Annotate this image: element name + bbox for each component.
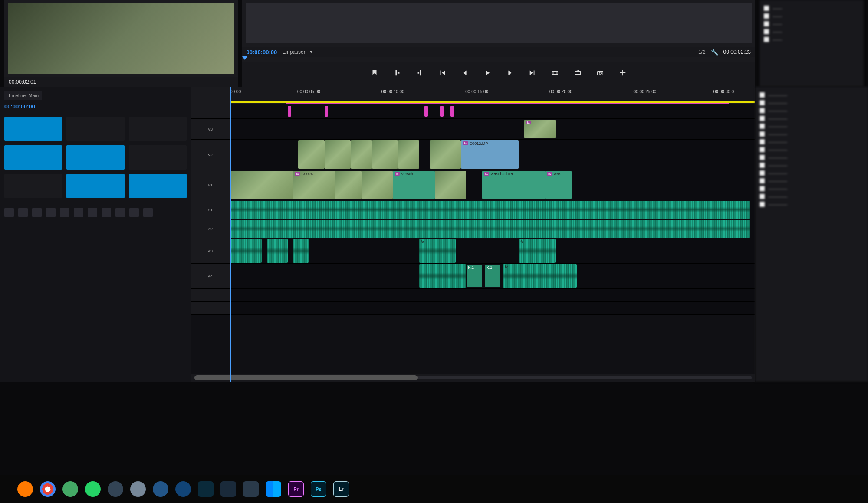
settings-icon[interactable] <box>143 208 153 217</box>
checkbox-icon[interactable] <box>760 139 765 144</box>
marker-icon[interactable] <box>424 106 428 117</box>
video-clip[interactable] <box>298 140 325 169</box>
track-a1[interactable] <box>230 200 755 219</box>
extract-button[interactable] <box>572 67 584 79</box>
program-playhead-icon[interactable] <box>242 56 247 60</box>
timeline-zoom-scrollbar[interactable] <box>194 376 752 379</box>
type-tool-icon[interactable] <box>88 208 97 217</box>
taskbar-app-icon[interactable] <box>17 481 33 497</box>
audio-clip[interactable]: fx <box>419 239 456 263</box>
video-clip[interactable] <box>372 140 398 169</box>
audio-clip[interactable] <box>230 239 262 263</box>
video-clip[interactable]: fx C0024 <box>293 171 335 199</box>
taskbar-app-icon[interactable] <box>108 481 123 497</box>
marker-icon[interactable] <box>288 106 291 117</box>
timeline-playhead[interactable] <box>230 87 231 382</box>
taskbar-app-icon[interactable] <box>153 481 168 497</box>
track-header-a2[interactable]: A2 <box>191 219 230 238</box>
list-item[interactable]: ———— <box>760 130 864 138</box>
video-clip[interactable] <box>325 140 351 169</box>
program-timecode-in[interactable]: 00:00:00:00 <box>247 49 277 56</box>
audio-clip[interactable]: K.1 <box>485 265 500 287</box>
lumetri-scopes[interactable] <box>4 117 187 198</box>
list-item[interactable]: ———— <box>760 169 864 177</box>
track-header-empty[interactable] <box>191 302 230 314</box>
track-header-v1[interactable]: V1 <box>191 170 230 200</box>
program-viewport[interactable] <box>246 3 752 43</box>
mark-out-button[interactable] <box>414 67 426 79</box>
taskbar-app-icon[interactable] <box>243 481 259 497</box>
slip-tool-icon[interactable] <box>46 208 56 217</box>
video-clip[interactable] <box>335 171 362 199</box>
zoom-fit-dropdown[interactable]: Einpassen ▼ <box>282 49 313 55</box>
video-clip[interactable] <box>398 140 419 169</box>
sequence-tab[interactable]: Timeline: Main <box>4 91 42 100</box>
step-forward-button[interactable] <box>504 67 516 79</box>
taskbar-lightroom-icon[interactable]: Lr <box>333 481 349 497</box>
checkbox-icon[interactable] <box>760 124 765 129</box>
timeline-ruler[interactable]: 00:00 00:00:05:00 00:00:10:00 00:00:15:0… <box>191 87 755 104</box>
source-monitor[interactable]: 00:00:02:01 <box>4 0 238 87</box>
scope-cell[interactable] <box>66 145 124 170</box>
razor-tool-icon[interactable] <box>32 208 42 217</box>
checkbox-icon[interactable] <box>760 147 765 152</box>
track-v2[interactable]: fx C0012.MP <box>230 140 755 170</box>
marker-add-button[interactable] <box>368 67 381 79</box>
taskbar-app-icon[interactable] <box>266 481 281 497</box>
scope-cell[interactable] <box>129 174 187 198</box>
checkbox-icon[interactable] <box>760 163 765 168</box>
track-header-v2[interactable]: V2 <box>191 140 230 170</box>
program-monitor[interactable]: 00:00:00:00 Einpassen ▼ 1/2 🔧 00:00:02:2… <box>242 0 756 87</box>
mark-in-button[interactable] <box>391 67 403 79</box>
settings-plus-button[interactable] <box>617 67 629 79</box>
snap-toggle-icon[interactable] <box>102 208 111 217</box>
list-item[interactable]: ———— <box>760 193 864 200</box>
scope-cell[interactable] <box>129 145 187 170</box>
video-clip[interactable] <box>351 140 372 169</box>
track-header-empty[interactable] <box>191 289 230 301</box>
track-header-a1[interactable]: A1 <box>191 200 230 219</box>
video-clip[interactable]: fx <box>524 120 556 138</box>
hand-tool-icon[interactable] <box>74 208 83 217</box>
checkbox-icon[interactable] <box>760 131 765 137</box>
timeline-panel[interactable]: 00:00 00:00:05:00 00:00:10:00 00:00:15:0… <box>191 87 755 382</box>
list-item[interactable]: ———— <box>760 138 864 146</box>
track-v1[interactable]: fx C0024 fx Versch fx Verschachtet <box>230 170 755 200</box>
taskbar-app-icon[interactable] <box>220 481 236 497</box>
effects-panel[interactable]: —— —— —— —— —— <box>760 0 864 87</box>
resolution-ratio[interactable]: 1/2 <box>698 49 706 55</box>
checkbox-icon[interactable] <box>760 202 765 207</box>
audio-clip[interactable]: fx <box>503 264 576 288</box>
audio-clip[interactable] <box>267 239 288 263</box>
scope-cell[interactable] <box>66 117 124 141</box>
step-back-button[interactable] <box>459 67 471 79</box>
taskbar-chrome-icon[interactable] <box>40 481 56 497</box>
list-item[interactable]: ———— <box>760 177 864 185</box>
audio-clip[interactable]: fx <box>519 239 556 263</box>
checkbox-icon[interactable] <box>760 194 765 199</box>
left-panel-group[interactable]: Timeline: Main 00:00:00:00 <box>0 87 191 382</box>
lift-button[interactable] <box>549 67 561 79</box>
checkbox-icon[interactable] <box>760 100 765 105</box>
track-a4[interactable]: K.1 K.1 fx <box>230 264 755 288</box>
checkbox-icon[interactable] <box>760 170 765 176</box>
selection-tool-icon[interactable] <box>4 208 14 217</box>
list-item[interactable]: ———— <box>760 99 864 107</box>
marker-icon[interactable] <box>440 106 444 117</box>
audio-clip[interactable] <box>293 239 309 263</box>
list-item[interactable]: ———— <box>760 91 864 99</box>
wrench-icon[interactable]: 🔧 <box>711 49 718 56</box>
scope-cell[interactable] <box>4 117 62 141</box>
marker-icon[interactable] <box>325 106 328 117</box>
play-button[interactable] <box>481 67 493 79</box>
windows-taskbar[interactable]: Pr Ps Lr <box>0 475 868 503</box>
video-clip[interactable] <box>230 171 293 199</box>
audio-clip[interactable]: K.1 <box>467 265 482 287</box>
taskbar-app-icon[interactable] <box>198 481 214 497</box>
video-clip[interactable] <box>362 171 393 199</box>
effects-list-panel[interactable]: ———— ———— ———— ———— ———— ———— ———— ———— … <box>755 87 868 382</box>
taskbar-app-icon[interactable] <box>62 481 78 497</box>
source-viewport[interactable] <box>8 3 234 74</box>
checkbox-icon[interactable] <box>760 108 765 113</box>
pen-tool-icon[interactable] <box>60 208 69 217</box>
